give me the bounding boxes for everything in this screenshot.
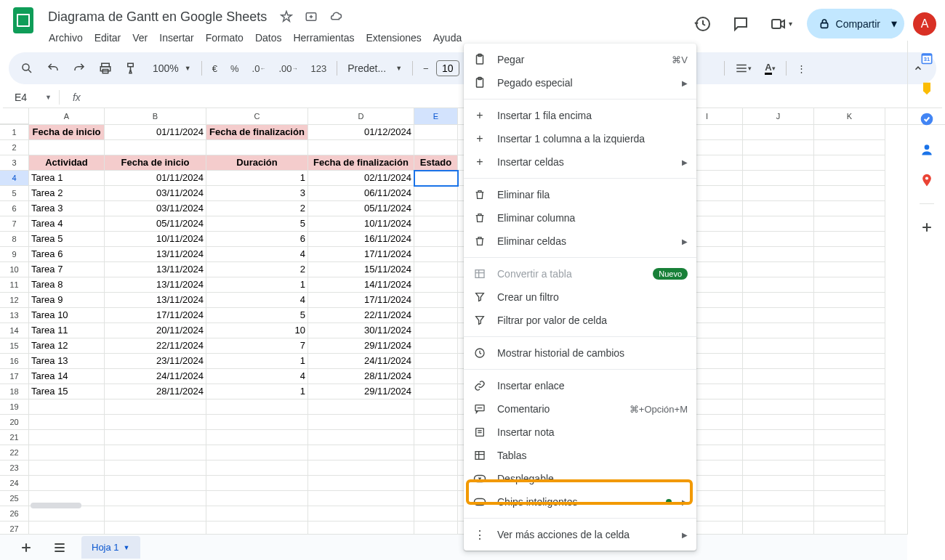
cell-J14[interactable]: [743, 323, 814, 338]
cell-E22[interactable]: [414, 445, 458, 460]
cell-E6[interactable]: [414, 201, 458, 216]
cell-J10[interactable]: [743, 262, 814, 277]
cell-K21[interactable]: [814, 430, 885, 445]
cell-J15[interactable]: [743, 338, 814, 354]
cell-C24[interactable]: [206, 476, 308, 491]
cell-E7[interactable]: [414, 216, 458, 232]
cell-K8[interactable]: [814, 232, 885, 247]
history-icon[interactable]: [688, 9, 717, 38]
sheet-tab[interactable]: Hoja 1 ▼: [81, 536, 140, 559]
cell-A4[interactable]: Tarea 1: [29, 171, 105, 186]
cell-J11[interactable]: [743, 277, 814, 293]
row-header-10[interactable]: 10: [0, 262, 29, 277]
increase-decimal-icon[interactable]: .00→: [273, 59, 303, 78]
cell-E16[interactable]: [414, 354, 458, 369]
cell-A1[interactable]: Fecha de inicio: [29, 125, 105, 140]
cell-C17[interactable]: 4: [206, 369, 308, 384]
percent-icon[interactable]: %: [225, 59, 245, 78]
cell-E4[interactable]: [414, 171, 458, 186]
cell-D3[interactable]: Fecha de finalización: [308, 155, 414, 171]
cell-A6[interactable]: Tarea 3: [29, 201, 105, 216]
more-icon[interactable]: ⋮: [791, 59, 812, 78]
cell-B8[interactable]: 10/11/2024: [105, 232, 206, 247]
wrap-icon[interactable]: ▾: [729, 57, 757, 79]
cell-C11[interactable]: 1: [206, 277, 308, 293]
cell-K16[interactable]: [814, 354, 885, 369]
cell-reference[interactable]: E4: [9, 89, 45, 106]
cell-D19[interactable]: [308, 399, 414, 415]
format-number-icon[interactable]: 123: [305, 59, 332, 78]
cell-D24[interactable]: [308, 476, 414, 491]
cell-J9[interactable]: [743, 247, 814, 262]
cell-E18[interactable]: [414, 384, 458, 399]
col-header-J[interactable]: J: [743, 108, 814, 124]
cell-B15[interactable]: 22/11/2024: [105, 338, 206, 354]
cell-K12[interactable]: [814, 293, 885, 308]
cell-C9[interactable]: 4: [206, 247, 308, 262]
name-box-dropdown[interactable]: ▼: [45, 94, 52, 101]
cell-K2[interactable]: [814, 140, 885, 155]
print-icon[interactable]: [93, 57, 118, 79]
cell-D13[interactable]: 22/11/2024: [308, 308, 414, 323]
row-header-23[interactable]: 23: [0, 460, 29, 476]
move-icon[interactable]: [302, 7, 321, 26]
cell-E8[interactable]: [414, 232, 458, 247]
cell-A17[interactable]: Tarea 14: [29, 369, 105, 384]
cell-A22[interactable]: [29, 445, 105, 460]
cell-C12[interactable]: 4: [206, 293, 308, 308]
cell-A10[interactable]: Tarea 7: [29, 262, 105, 277]
cell-E5[interactable]: [414, 186, 458, 201]
cell-A2[interactable]: [29, 140, 105, 155]
cell-D10[interactable]: 15/11/2024: [308, 262, 414, 277]
cell-B11[interactable]: 13/11/2024: [105, 277, 206, 293]
cell-E15[interactable]: [414, 338, 458, 354]
menu-datos[interactable]: Datos: [250, 29, 287, 46]
menu-archivo[interactable]: Archivo: [44, 29, 88, 46]
cell-B13[interactable]: 17/11/2024: [105, 308, 206, 323]
row-header-16[interactable]: 16: [0, 354, 29, 369]
row-header-12[interactable]: 12: [0, 293, 29, 308]
cell-B1[interactable]: 01/11/2024: [105, 125, 206, 140]
menu-ayuda[interactable]: Ayuda: [428, 29, 467, 46]
cell-D18[interactable]: 29/11/2024: [308, 384, 414, 399]
menu-insert-row[interactable]: +Insertar 1 fila encima: [464, 104, 696, 127]
menu-note[interactable]: Insertar nota: [464, 421, 696, 444]
row-header-14[interactable]: 14: [0, 323, 29, 338]
add-addon-icon[interactable]: [920, 220, 934, 235]
cell-C15[interactable]: 7: [206, 338, 308, 354]
font-size-input[interactable]: [436, 60, 459, 76]
menu-more-actions[interactable]: ⋮Ver más acciones de la celda▶: [464, 523, 696, 546]
cell-D4[interactable]: 02/11/2024: [308, 171, 414, 186]
decrease-decimal-icon[interactable]: .0←: [246, 59, 272, 78]
cell-C2[interactable]: [206, 140, 308, 155]
cell-A24[interactable]: [29, 476, 105, 491]
cell-J1[interactable]: [743, 125, 814, 140]
menu-insert-link[interactable]: Insertar enlace: [464, 374, 696, 397]
cell-B16[interactable]: 23/11/2024: [105, 354, 206, 369]
cell-E20[interactable]: [414, 415, 458, 430]
col-header-B[interactable]: B: [105, 108, 206, 124]
cell-A14[interactable]: Tarea 11: [29, 323, 105, 338]
cell-K19[interactable]: [814, 399, 885, 415]
cell-D17[interactable]: 28/11/2024: [308, 369, 414, 384]
cell-K6[interactable]: [814, 201, 885, 216]
cell-K7[interactable]: [814, 216, 885, 232]
cell-A18[interactable]: Tarea 15: [29, 384, 105, 399]
menu-delete-col[interactable]: Eliminar columna: [464, 206, 696, 230]
cell-B14[interactable]: 20/11/2024: [105, 323, 206, 338]
cell-B18[interactable]: 28/11/2024: [105, 384, 206, 399]
cell-K10[interactable]: [814, 262, 885, 277]
cell-K3[interactable]: [814, 155, 885, 171]
row-header-13[interactable]: 13: [0, 308, 29, 323]
cell-E23[interactable]: [414, 460, 458, 476]
cell-A19[interactable]: [29, 399, 105, 415]
cell-K1[interactable]: [814, 125, 885, 140]
cell-K13[interactable]: [814, 308, 885, 323]
menu-herramientas[interactable]: Herramientas: [288, 29, 359, 46]
cell-A5[interactable]: Tarea 2: [29, 186, 105, 201]
menu-filter-value[interactable]: Filtrar por valor de celda: [464, 309, 696, 332]
cell-A11[interactable]: Tarea 8: [29, 277, 105, 293]
row-header-22[interactable]: 22: [0, 445, 29, 460]
cell-E2[interactable]: [414, 140, 458, 155]
cell-K20[interactable]: [814, 415, 885, 430]
